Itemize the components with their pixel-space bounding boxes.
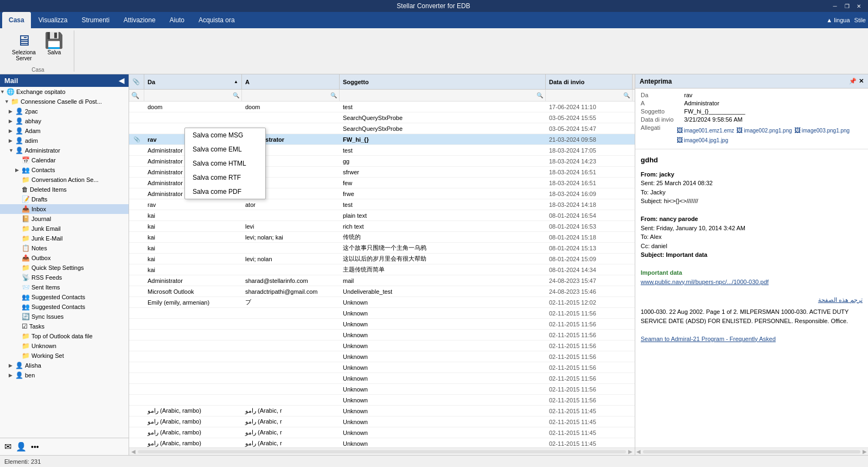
sidebar-item-exchange[interactable]: ▼ 🌐 Exchange ospitato — [0, 87, 129, 97]
table-row[interactable]: Unknown 02-11-2015 11:56 — [129, 384, 635, 395]
toggle-adam[interactable]: ▶ — [9, 128, 15, 134]
table-row[interactable]: Unknown 02-11-2015 11:56 — [129, 351, 635, 362]
sidebar-item-abhay[interactable]: ▶ 👤 abhay — [0, 116, 129, 126]
sidebar-item-inbox[interactable]: 📥 Inbox — [0, 204, 129, 214]
search-subject-input[interactable] — [342, 92, 537, 99]
sidebar-item-working-set[interactable]: 📁 Working Set — [0, 351, 129, 361]
table-row[interactable]: Unknown 02-11-2015 11:56 — [129, 362, 635, 373]
salva-button[interactable]: 💾 Salva — [41, 29, 67, 64]
table-row[interactable]: رامو (Arabic, rambo) رامو (Arabic, r Unk… — [129, 438, 635, 447]
toggle-alisha[interactable]: ▶ — [9, 363, 15, 368]
search-from-input[interactable] — [146, 92, 233, 99]
sidebar-item-adam[interactable]: ▶ 👤 Adam — [0, 126, 129, 136]
sidebar-item-ben[interactable]: ▶ 👤 ben — [0, 370, 129, 380]
table-row[interactable]: Unknown 02-11-2015 11:56 — [129, 308, 635, 319]
minimize-button[interactable]: ─ — [830, 2, 840, 10]
table-row[interactable]: Unknown 02-11-2015 11:56 — [129, 330, 635, 340]
save-pdf-menuitem[interactable]: Salva come PDF — [185, 185, 265, 199]
menu-tab-casa[interactable]: Casa — [2, 12, 31, 28]
sidebar-item-quick-step[interactable]: 📁 Quick Step Settings — [0, 263, 129, 273]
col-header-attach[interactable]: 📎 — [129, 74, 144, 89]
search-to-cell[interactable]: 🔍 — [242, 90, 340, 101]
attachment-1[interactable]: 🖼 image001.emz1.emz — [676, 127, 735, 134]
table-row[interactable]: Emily (emily, armenian) ブ Unknown 02-11-… — [129, 297, 635, 308]
search-to-icon[interactable]: 🔍 — [330, 92, 337, 98]
lingua-control[interactable]: ▲ lingua — [826, 17, 850, 23]
table-row[interactable]: kai levi rich text 08-01-2024 16:53 — [129, 221, 635, 232]
toggle-administrator[interactable]: ▼ — [9, 148, 15, 153]
table-row[interactable]: rav ator test 18-03-2024 14:18 — [129, 199, 635, 210]
save-rtf-menuitem[interactable]: Salva come RTF — [185, 171, 265, 185]
sidebar-item-2pac[interactable]: ▶ 👤 2pac — [0, 106, 129, 116]
save-msg-menuitem[interactable]: Salva come MSG — [185, 128, 265, 142]
sidebar-item-notes[interactable]: 📋 Notes — [0, 243, 129, 253]
sidebar-item-adim[interactable]: ▶ 👤 adim — [0, 136, 129, 146]
sidebar-item-junk-email[interactable]: 📁 Junk Email — [0, 224, 129, 234]
more-nav-icon[interactable]: ••• — [31, 443, 39, 451]
navy-link[interactable]: www.public.navy.mil/bupers-npc/.../1000-… — [641, 277, 863, 287]
preview-pin-icon[interactable]: 📌 — [849, 78, 857, 85]
toggle-exchange[interactable]: ▼ — [0, 89, 7, 94]
search-to-input[interactable] — [244, 92, 330, 99]
sidebar-item-contacts[interactable]: ▶ 👥 Contacts — [0, 165, 129, 175]
sidebar-item-administrator[interactable]: ▼ 👤 Administrator — [0, 146, 129, 155]
table-row[interactable]: Unknown 02-11-2015 11:56 — [129, 319, 635, 330]
table-row[interactable]: Administrator sharad@stellarinfo.com mai… — [129, 275, 635, 286]
menu-tab-strumenti[interactable]: Strumenti — [75, 12, 116, 28]
table-row[interactable]: kai levi; nolan; kai 传统的 08-01-2024 15:1… — [129, 232, 635, 243]
sidebar-item-outbox[interactable]: 📤 Outbox — [0, 253, 129, 263]
col-header-to[interactable]: A — [242, 74, 340, 89]
footer-link[interactable]: Seaman to Admiral-21 Program - Frequentl… — [641, 335, 863, 344]
restore-button[interactable]: ❐ — [842, 2, 852, 10]
toggle-contacts[interactable]: ▶ — [15, 167, 22, 173]
sidebar-collapse-icon[interactable]: ◀ — [119, 77, 124, 85]
sidebar-item-alisha[interactable]: ▶ 👤 Alisha — [0, 361, 129, 370]
table-row[interactable]: kai 这个故事只围绕一个主角一乌鸦 08-01-2024 15:13 — [129, 243, 635, 254]
attachment-3[interactable]: 🖼 image003.png1.png — [794, 127, 850, 134]
col-header-subject[interactable]: Soggetto — [340, 74, 546, 89]
save-eml-menuitem[interactable]: Salva come EML — [185, 142, 265, 156]
toggle-connessione[interactable]: ▼ — [4, 99, 11, 104]
table-row[interactable]: رامو (Arabic, rambo) رامو (Arabic, r Unk… — [129, 427, 635, 438]
table-row[interactable]: Unknown 02-11-2015 11:56 — [129, 395, 635, 406]
toggle-ben[interactable]: ▶ — [9, 373, 15, 378]
sidebar-item-deleted[interactable]: 🗑 Deleted Items — [0, 185, 129, 194]
contacts-nav-icon[interactable]: 👤 — [16, 441, 27, 452]
sidebar-item-tasks[interactable]: ☑ Tasks — [0, 321, 129, 331]
search-date-cell[interactable]: 🔍 — [546, 90, 633, 101]
sidebar-item-connessione[interactable]: ▼ 📁 Connessione Caselle di Post... — [0, 97, 129, 106]
search-subject-icon[interactable]: 🔍 — [537, 92, 543, 98]
stile-control[interactable]: Stile — [854, 17, 866, 23]
menu-tab-visualizza[interactable]: Visualizza — [32, 12, 74, 28]
mail-nav-icon[interactable]: ✉ — [4, 441, 11, 452]
close-button[interactable]: ✕ — [854, 2, 864, 10]
sidebar-item-sent[interactable]: 📨 Sent Items — [0, 282, 129, 292]
sidebar-item-top-outlook[interactable]: 📁 Top of Outlook data file — [0, 331, 129, 341]
sidebar-item-conv-action[interactable]: 📁 Conversation Action Se... — [0, 175, 129, 185]
toggle-adim[interactable]: ▶ — [9, 138, 15, 143]
sidebar-item-sync[interactable]: 🔄 Sync Issues — [0, 312, 129, 321]
seleziona-server-button[interactable]: 🖥 Seleziona Server — [9, 29, 39, 64]
table-row[interactable]: doom doom test 17-06-2024 11:10 — [129, 102, 635, 112]
table-row[interactable]: kai levi; nolan 这以以后的岁月里会有很大帮助 08-01-202… — [129, 254, 635, 264]
search-subject-cell[interactable]: 🔍 — [340, 90, 546, 101]
sidebar-item-drafts[interactable]: 📝 Drafts — [0, 194, 129, 204]
table-row[interactable]: Unknown 02-11-2015 11:56 — [129, 340, 635, 351]
horizontal-scrollbar[interactable]: ◀ ▶ — [129, 447, 635, 455]
preview-hscrollbar[interactable]: ◀ ▶ — [635, 447, 868, 455]
menu-tab-aiuto[interactable]: Aiuto — [163, 12, 191, 28]
search-date-icon[interactable]: 🔍 — [623, 92, 630, 98]
sidebar-item-rss[interactable]: 📡 RSS Feeds — [0, 273, 129, 282]
table-row[interactable]: SearchQueryStxProbe 03-05-2024 15:55 — [129, 112, 635, 123]
menu-tab-acquista[interactable]: Acquista ora — [192, 12, 241, 28]
save-html-menuitem[interactable]: Salva come HTML — [185, 156, 265, 171]
attachment-4[interactable]: 🖼 image004.jpg1.jpg — [676, 136, 729, 144]
sidebar-item-journal[interactable]: 📔 Journal — [0, 214, 129, 224]
col-header-from[interactable]: Da ▲ — [144, 74, 242, 89]
sidebar-item-suggested2[interactable]: 👥 Suggested Contacts — [0, 302, 129, 312]
preview-close-icon[interactable]: ✕ — [859, 78, 864, 85]
sidebar-item-suggested1[interactable]: 👥 Suggested Contacts — [0, 292, 129, 302]
search-date-input[interactable] — [548, 92, 623, 99]
menu-tab-attivazione[interactable]: Attivazione — [117, 12, 162, 28]
toggle-2pac[interactable]: ▶ — [9, 109, 15, 114]
